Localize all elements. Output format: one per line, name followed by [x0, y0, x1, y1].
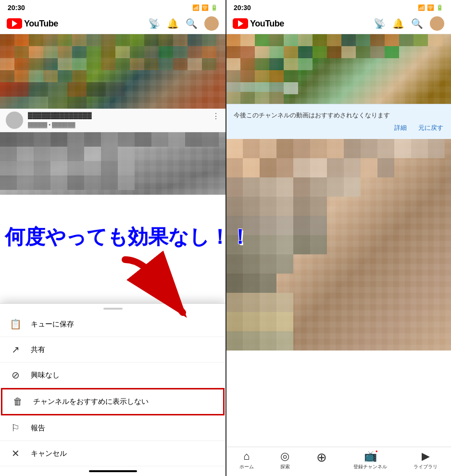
- svg-rect-83: [17, 161, 34, 175]
- subscriptions-nav-label: 登録チャンネル: [353, 463, 387, 470]
- svg-rect-53: [48, 82, 67, 97]
- svg-rect-47: [29, 70, 43, 82]
- sheet-item-notinterested[interactable]: ⊘ 興味なし: [0, 363, 226, 388]
- three-dots-left[interactable]: ⋮: [212, 112, 220, 121]
- svg-rect-158: [226, 158, 243, 177]
- svg-rect-92: [34, 175, 50, 190]
- svg-rect-72: [185, 132, 202, 147]
- nav-library[interactable]: ▶ ライブラリ: [413, 450, 438, 470]
- status-bar-left: 20:30 📶 🛜 🔋: [0, 0, 226, 13]
- svg-rect-142: [240, 92, 255, 104]
- sheet-label-block: チャンネルをおすすめに表示しない: [33, 397, 149, 406]
- svg-rect-201: [226, 293, 243, 312]
- svg-rect-56: [106, 82, 125, 97]
- svg-rect-172: [293, 177, 310, 197]
- svg-rect-96: [101, 175, 118, 190]
- bell-icon-right[interactable]: 🔔: [392, 18, 404, 29]
- svg-rect-128: [269, 58, 284, 70]
- svg-rect-184: [260, 216, 276, 235]
- avatar-left[interactable]: [204, 16, 219, 31]
- svg-rect-178: [260, 197, 276, 216]
- svg-rect-179: [276, 197, 293, 216]
- add-nav-icon: ⊕: [316, 450, 327, 465]
- svg-rect-123: [370, 46, 385, 58]
- wifi-icon-right: 🛜: [427, 4, 434, 11]
- sheet-handle: [103, 308, 123, 310]
- sheet-item-save[interactable]: 📋 キューに保存: [0, 312, 226, 337]
- svg-rect-67: [101, 132, 118, 147]
- search-icon-right[interactable]: 🔍: [411, 18, 423, 29]
- svg-rect-103: [298, 34, 313, 46]
- search-icon-left[interactable]: 🔍: [186, 18, 198, 29]
- svg-rect-71: [168, 132, 185, 147]
- svg-rect-145: [226, 139, 243, 158]
- video-meta-left: ▓▓▓▓▓▓▓▓▓▓▓▓▓▓ ⋮ ▓▓▓▓▓ • ▓▓▓▓▓▓: [28, 112, 220, 127]
- channel-avatar-small-left: [6, 112, 23, 129]
- svg-rect-36: [87, 58, 101, 70]
- svg-rect-100: [255, 34, 269, 46]
- svg-rect-194: [226, 254, 243, 274]
- svg-rect-107: [356, 34, 370, 46]
- svg-rect-65: [67, 132, 84, 147]
- svg-rect-207: [260, 312, 276, 331]
- svg-rect-105: [327, 34, 341, 46]
- detail-action[interactable]: 詳細: [394, 124, 407, 132]
- time-left: 20:30: [8, 4, 25, 12]
- sheet-label-save: キューに保存: [31, 320, 74, 329]
- yt-header-icons-right: 📡 🔔 🔍: [374, 16, 444, 31]
- flag-icon: ⚐: [10, 422, 21, 434]
- svg-rect-106: [341, 34, 356, 46]
- nav-explore[interactable]: ◎ 探索: [280, 450, 290, 470]
- svg-rect-130: [298, 58, 313, 70]
- bottom-sheet: 📋 キューに保存 ↗ 共有 ⊘ 興味なし 🗑 チャンネルをおすすめに表示しない …: [0, 303, 226, 476]
- svg-rect-48: [43, 70, 58, 82]
- svg-rect-206: [243, 312, 260, 331]
- svg-rect-58: [29, 97, 48, 109]
- thumbnail-bottom-right: [226, 139, 451, 351]
- nav-home[interactable]: ⌂ ホーム: [239, 450, 254, 470]
- svg-rect-177: [243, 197, 260, 216]
- sheet-label-cancel: キャンセル: [31, 449, 67, 458]
- svg-rect-171: [276, 177, 293, 197]
- home-bar-left: [89, 470, 137, 472]
- explore-nav-icon: ◎: [280, 450, 289, 463]
- sheet-item-share[interactable]: ↗ 共有: [0, 337, 226, 363]
- svg-rect-117: [284, 46, 298, 58]
- nav-add[interactable]: ⊕: [316, 450, 327, 470]
- sheet-item-cancel[interactable]: ✕ キャンセル: [0, 441, 226, 466]
- svg-rect-19: [58, 46, 72, 58]
- sheet-item-block-channel[interactable]: 🗑 チャンネルをおすすめに表示しない: [1, 388, 225, 415]
- svg-rect-111: [413, 34, 428, 46]
- svg-rect-200: [260, 274, 276, 293]
- cast-icon-right[interactable]: 📡: [374, 18, 386, 29]
- yt-logo-icon-right: [233, 18, 248, 29]
- avatar-right[interactable]: [430, 16, 444, 31]
- svg-rect-60: [67, 97, 87, 109]
- svg-rect-10: [144, 34, 159, 46]
- svg-rect-77: [50, 147, 67, 161]
- home-nav-icon: ⌂: [243, 450, 250, 463]
- svg-rect-22: [101, 46, 115, 58]
- svg-rect-212: [276, 331, 293, 351]
- svg-rect-110: [399, 34, 413, 46]
- bell-icon-left[interactable]: 🔔: [167, 18, 179, 29]
- svg-rect-78: [67, 147, 84, 161]
- library-nav-label: ライブラリ: [413, 463, 438, 470]
- svg-rect-166: [361, 158, 377, 177]
- undo-action[interactable]: 元に戻す: [418, 124, 443, 132]
- svg-rect-196: [260, 254, 276, 274]
- svg-rect-4: [58, 34, 72, 46]
- svg-rect-86: [67, 161, 84, 175]
- cast-icon-left[interactable]: 📡: [148, 18, 160, 29]
- svg-rect-112: [428, 34, 442, 46]
- svg-rect-91: [17, 175, 34, 190]
- explore-nav-label: 探索: [280, 463, 290, 470]
- svg-rect-61: [0, 132, 17, 147]
- video-sub-left: ▓▓▓▓▓ • ▓▓▓▓▓▓: [28, 122, 220, 127]
- svg-rect-149: [293, 139, 310, 158]
- svg-rect-5: [72, 34, 87, 46]
- svg-rect-62: [17, 132, 34, 147]
- sheet-item-report[interactable]: ⚐ 報告: [0, 415, 226, 441]
- sheet-label-share: 共有: [31, 345, 45, 354]
- nav-subscriptions[interactable]: 📺● 登録チャンネル: [353, 450, 387, 470]
